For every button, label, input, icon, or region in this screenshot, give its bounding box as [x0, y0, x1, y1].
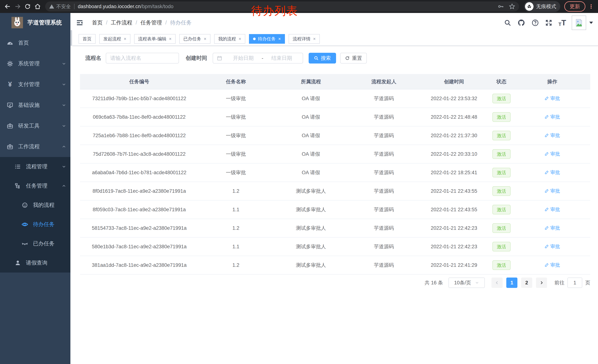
sidebar-item-label: 研发工具	[18, 122, 61, 129]
process-name-input[interactable]	[106, 53, 179, 64]
breadcrumb-current: 待办任务	[170, 19, 191, 26]
browser-menu-icon[interactable]	[588, 3, 594, 10]
sidebar-item-task-mgmt[interactable]: 任务管理	[0, 176, 72, 195]
sidebar-item-home[interactable]: 首页	[0, 32, 72, 53]
end-date-placeholder: 结束日期	[265, 55, 299, 62]
tab-done-tasks[interactable]: 已办任务×	[179, 34, 210, 44]
table-row: 8f059c03-7ac8-11ec-a9e2-a2380e71991a1.1测…	[80, 200, 590, 219]
approve-link[interactable]: 审批	[544, 262, 560, 268]
logo-row: 芋道管理系统	[11, 17, 72, 29]
page-button-1[interactable]: 1	[506, 277, 517, 288]
tab-form-edit[interactable]: 流程表单-编辑×	[134, 34, 176, 44]
sidebar-item-my-process[interactable]: 我的流程	[0, 195, 72, 215]
col-create-time: 创建时间	[419, 74, 489, 89]
process-name-label: 流程名	[85, 54, 101, 62]
approve-link[interactable]: 审批	[544, 132, 560, 139]
page-size-select[interactable]: 10条/页	[448, 277, 485, 288]
breadcrumb-task-mgmt[interactable]: 任务管理	[141, 19, 162, 26]
sidebar-item-label: 支付管理	[18, 81, 61, 88]
app-title: 芋道管理系统	[27, 19, 62, 26]
sidebar-item-infra[interactable]: 基础设施	[0, 95, 72, 115]
sidebar-item-todo-tasks[interactable]: 待办任务	[0, 215, 72, 234]
url-host: dashboard.yudao.iocoder.cn	[78, 4, 141, 9]
tab-my-process[interactable]: 我的流程×	[214, 34, 245, 44]
sidebar-item-devtools[interactable]: 研发工具	[0, 115, 72, 136]
avatar-caret-icon[interactable]	[589, 22, 593, 24]
approve-link[interactable]: 审批	[544, 243, 560, 250]
sidebar-scrollbar[interactable]	[70, 13, 72, 364]
status-badge: 激活	[492, 205, 511, 214]
bookmark-star-icon[interactable]	[509, 3, 515, 10]
sidebar: 芋道管理系统 首页 系统管理 ¥ 支付管理 基础设施	[0, 13, 72, 364]
col-process: 所属流程	[274, 74, 349, 89]
next-page-button[interactable]	[536, 277, 547, 288]
github-icon[interactable]	[517, 19, 525, 27]
close-icon[interactable]: ×	[239, 37, 241, 41]
sidebar-fold-icon[interactable]	[76, 19, 83, 26]
back-icon[interactable]	[3, 1, 13, 11]
approve-link[interactable]: 审批	[544, 188, 560, 194]
breadcrumb-home[interactable]: 首页	[92, 19, 103, 26]
approve-link[interactable]: 审批	[544, 206, 560, 213]
status-badge: 激活	[492, 112, 511, 122]
sidebar-item-leave-query[interactable]: 请假查询	[0, 253, 72, 273]
forward-icon[interactable]	[13, 1, 23, 11]
date-range-picker[interactable]: 开始日期 - 结束日期	[213, 53, 303, 64]
tab-process-detail[interactable]: 流程详情×	[289, 34, 320, 44]
sidebar-item-payment[interactable]: ¥ 支付管理	[0, 74, 72, 95]
chevron-down-icon	[61, 164, 66, 169]
omnibox-divider	[74, 4, 75, 9]
goto-page-input[interactable]	[567, 277, 582, 288]
breadcrumb-separator: /	[136, 20, 137, 26]
prev-page-button[interactable]	[491, 277, 503, 288]
approve-link[interactable]: 审批	[544, 114, 560, 120]
avatar[interactable]	[572, 16, 586, 30]
sidebar-item-label: 我的流程	[33, 202, 72, 209]
search-icon[interactable]	[504, 19, 511, 26]
tab-todo-tasks[interactable]: 待办任务×	[249, 34, 285, 44]
tab-start-process[interactable]: 发起流程×	[99, 34, 130, 44]
home-icon[interactable]	[33, 1, 43, 11]
fullscreen-icon[interactable]	[545, 19, 552, 26]
sidebar-scrollbar-thumb[interactable]	[71, 30, 72, 46]
close-icon[interactable]: ×	[313, 37, 316, 41]
close-icon[interactable]: ×	[124, 37, 126, 41]
font-size-icon[interactable]: TT	[558, 19, 566, 27]
approve-link[interactable]: 审批	[544, 95, 560, 102]
breadcrumb-workflow[interactable]: 工作流程	[111, 19, 132, 26]
task-table: 任务编号 任务名称 所属流程 流程发起人 创建时间 状态 操作 73211d9d…	[80, 74, 590, 275]
create-time-label: 创建时间	[186, 54, 207, 62]
update-button[interactable]: 更新	[564, 1, 585, 12]
close-icon[interactable]: ×	[204, 37, 206, 41]
approve-link[interactable]: 审批	[544, 151, 560, 157]
range-separator: -	[262, 55, 263, 61]
list-icon	[15, 163, 21, 170]
approve-link[interactable]: 审批	[544, 225, 560, 231]
goto-label: 前往	[555, 279, 565, 286]
approve-link[interactable]: 审批	[544, 169, 560, 176]
sidebar-item-label: 请假查询	[26, 259, 72, 267]
sidebar-item-system[interactable]: 系统管理	[0, 53, 72, 74]
annotation-text: 待办列表	[251, 3, 298, 18]
reload-icon[interactable]	[23, 1, 33, 11]
chevron-down-icon	[61, 61, 66, 66]
toolbox-icon	[7, 143, 13, 150]
tab-home[interactable]: 首页	[79, 34, 96, 44]
help-icon[interactable]	[531, 19, 539, 27]
sidebar-item-done-tasks[interactable]: 已办任务	[0, 234, 72, 253]
navbar-actions: TT	[498, 16, 593, 30]
sidebar-item-process-mgmt[interactable]: 流程管理	[0, 157, 72, 176]
reset-button[interactable]: 重置	[340, 53, 367, 64]
toolbox-icon	[7, 122, 13, 129]
page-button-2[interactable]: 2	[521, 277, 532, 288]
status-badge: 激活	[492, 94, 511, 103]
close-icon[interactable]: ×	[169, 37, 172, 41]
key-icon[interactable]	[498, 3, 504, 10]
sidebar-item-workflow[interactable]: 工作流程	[0, 136, 72, 157]
incognito-icon	[525, 2, 533, 11]
security-label[interactable]: 不安全	[56, 3, 71, 10]
start-date-placeholder: 开始日期	[226, 55, 260, 62]
close-icon[interactable]: ×	[278, 37, 281, 41]
search-button[interactable]: 搜索	[309, 53, 336, 64]
status-badge: 激活	[492, 168, 511, 177]
